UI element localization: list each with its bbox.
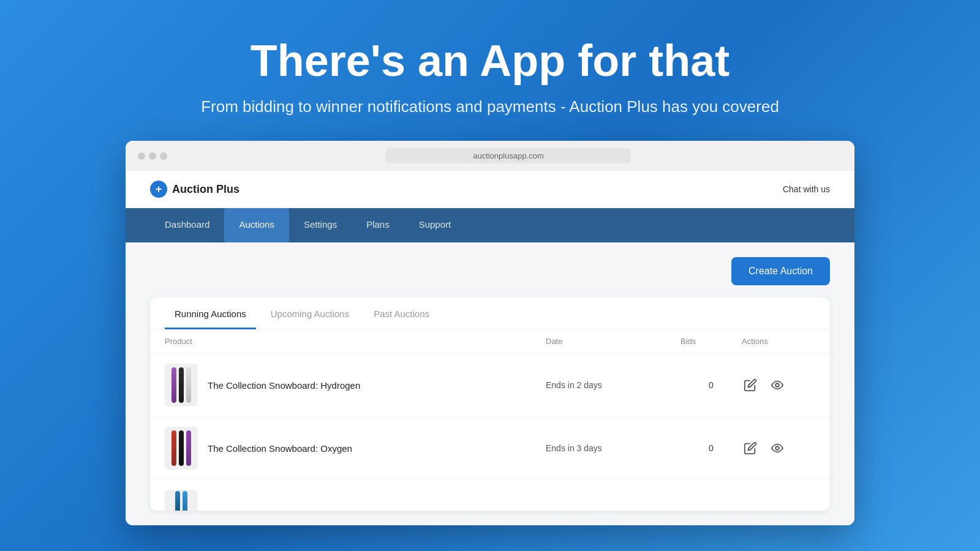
actions-hydrogen [742,377,815,394]
svg-point-0 [775,383,779,387]
logo-icon: + [150,181,167,198]
table-row: The Collection Snowboard: Oxygen Ends in… [150,417,830,480]
nav-support[interactable]: Support [404,208,466,242]
tab-upcoming-auctions[interactable]: Upcoming Auctions [261,298,359,329]
browser-dots [138,152,167,160]
bids-oxygen: 0 [680,443,742,453]
bids-hydrogen: 0 [680,380,742,390]
nav-auctions[interactable]: Auctions [224,208,289,242]
nav-dashboard[interactable]: Dashboard [150,208,224,242]
product-thumb-oxygen [165,427,198,470]
col-product: Product [165,337,546,346]
chat-link[interactable]: Chat with us [783,184,830,194]
date-hydrogen: Ends in 2 days [546,380,680,390]
edit-icon-hydrogen[interactable] [742,377,759,394]
auctions-panel: Running Auctions Upcoming Auctions Past … [150,298,830,511]
logo-text: Auction Plus [172,183,239,196]
content-header: Create Auction [150,257,830,285]
browser-bar: auctionplusapp.com [126,141,854,171]
create-auction-button[interactable]: Create Auction [731,257,830,285]
product-name-oxygen: The Collection Snowboard: Oxygen [208,443,352,454]
hero-title: There's an App for that [12,37,968,85]
browser-dot-red [138,152,145,160]
edit-icon-oxygen[interactable] [742,440,759,457]
view-icon-hydrogen[interactable] [769,377,786,394]
actions-oxygen [742,440,815,457]
nav-plans[interactable]: Plans [352,208,404,242]
address-bar[interactable]: auctionplusapp.com [386,148,631,163]
col-actions: Actions [742,337,815,346]
product-thumb-hydrogen [165,364,198,407]
app-logo: + Auction Plus [150,181,239,198]
tab-running-auctions[interactable]: Running Auctions [165,298,256,329]
nav-bar: Dashboard Auctions Settings Plans Suppor… [126,208,854,242]
browser-dot-yellow [149,152,156,160]
table-header: Product Date Bids Actions [150,329,830,354]
svg-point-1 [775,446,779,450]
product-cell-partial [165,490,546,511]
date-oxygen: Ends in 3 days [546,443,680,453]
product-cell-oxygen: The Collection Snowboard: Oxygen [165,427,546,470]
view-icon-oxygen[interactable] [769,440,786,457]
browser-window: auctionplusapp.com + Auction Plus Chat w… [126,141,854,525]
browser-dot-green [160,152,167,160]
col-bids: Bids [680,337,742,346]
hero-subtitle: From bidding to winner notifications and… [12,97,968,116]
tabs-row: Running Auctions Upcoming Auctions Past … [150,298,830,329]
nav-settings[interactable]: Settings [289,208,352,242]
product-thumb-partial [165,490,198,511]
app-header: + Auction Plus Chat with us [126,171,854,208]
content-area: Create Auction Running Auctions Upcoming… [126,242,854,525]
product-name-hydrogen: The Collection Snowboard: Hydrogen [208,380,360,391]
hero-section: There's an App for that From bidding to … [0,0,980,141]
table-row: The Collection Snowboard: Hydrogen Ends … [150,354,830,417]
col-date: Date [546,337,680,346]
product-cell-hydrogen: The Collection Snowboard: Hydrogen [165,364,546,407]
table-row-partial [150,480,830,511]
tab-past-auctions[interactable]: Past Auctions [364,298,439,329]
